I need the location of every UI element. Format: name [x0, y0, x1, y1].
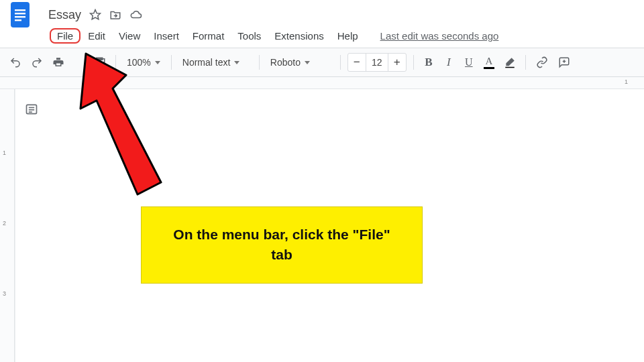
document-outline-icon[interactable]	[25, 103, 38, 119]
svg-rect-3	[15, 16, 25, 17]
highlight-color-button[interactable]	[501, 54, 519, 71]
separator	[413, 55, 414, 70]
font-dropdown[interactable]: Roboto	[266, 54, 333, 71]
font-size-increase[interactable]: +	[388, 54, 406, 71]
separator	[259, 55, 260, 70]
cloud-saved-icon[interactable]	[129, 9, 143, 21]
ruler-mark: 3	[3, 290, 6, 297]
document-title[interactable]: Essay	[48, 8, 81, 22]
svg-rect-4	[15, 19, 21, 21]
menu-bar: File Edit View Insert Format Tools Exten…	[0, 27, 644, 48]
chevron-down-icon	[305, 61, 310, 64]
menu-extensions[interactable]: Extensions	[268, 28, 329, 44]
underline-button[interactable]: U	[461, 54, 477, 71]
separator	[340, 55, 341, 70]
zoom-value: 100%	[127, 57, 151, 68]
menu-tools[interactable]: Tools	[231, 28, 267, 44]
annotation-callout: On the menu bar, click the "File" tab	[141, 206, 423, 284]
docs-logo[interactable]	[8, 0, 32, 30]
menu-insert[interactable]: Insert	[148, 28, 185, 44]
add-comment-button[interactable]	[555, 54, 573, 71]
menu-edit[interactable]: Edit	[82, 28, 111, 44]
svg-rect-1	[15, 9, 25, 11]
redo-button[interactable]	[28, 54, 46, 71]
insert-link-button[interactable]	[533, 54, 551, 71]
font-size-value[interactable]: 12	[366, 54, 388, 71]
last-edit-link[interactable]: Last edit was seconds ago	[380, 30, 499, 42]
font-size-stepper: − 12 +	[347, 53, 407, 72]
chevron-down-icon	[155, 61, 160, 64]
ruler-mark: 2	[3, 220, 6, 227]
separator	[171, 55, 172, 70]
ruler-mark: 1	[625, 78, 628, 85]
ruler-mark: 1	[3, 149, 6, 156]
menu-help[interactable]: Help	[331, 28, 364, 44]
svg-rect-0	[11, 2, 30, 27]
text-color-button[interactable]: A	[481, 54, 497, 71]
bold-button[interactable]: B	[421, 54, 437, 71]
font-size-decrease[interactable]: −	[348, 54, 366, 71]
paragraph-style-dropdown[interactable]: Normal text	[178, 54, 252, 71]
svg-marker-5	[91, 10, 101, 19]
menu-format[interactable]: Format	[186, 28, 231, 44]
vertical-ruler[interactable]: 1 2 3	[0, 89, 15, 362]
annotation-text: On the menu bar, click the "File" tab	[173, 227, 390, 262]
menu-view[interactable]: View	[113, 28, 146, 44]
print-button[interactable]	[50, 54, 67, 71]
undo-button[interactable]	[7, 54, 24, 71]
toolbar: 100% Normal text Roboto − 12 + B I U A	[0, 48, 644, 77]
menu-file[interactable]: File	[50, 28, 80, 44]
chevron-down-icon	[234, 61, 239, 64]
italic-button[interactable]: I	[441, 54, 457, 71]
paint-format-button[interactable]	[91, 54, 109, 71]
separator	[115, 55, 116, 70]
paragraph-style-value: Normal text	[182, 57, 231, 68]
move-icon[interactable]	[109, 9, 121, 21]
svg-rect-2	[15, 13, 25, 14]
title-bar: Essay	[0, 0, 644, 27]
horizontal-ruler[interactable]: 1	[0, 77, 644, 89]
font-value: Roboto	[270, 57, 301, 68]
separator	[525, 55, 526, 70]
zoom-dropdown[interactable]: 100%	[123, 54, 164, 71]
star-icon[interactable]	[89, 9, 101, 21]
